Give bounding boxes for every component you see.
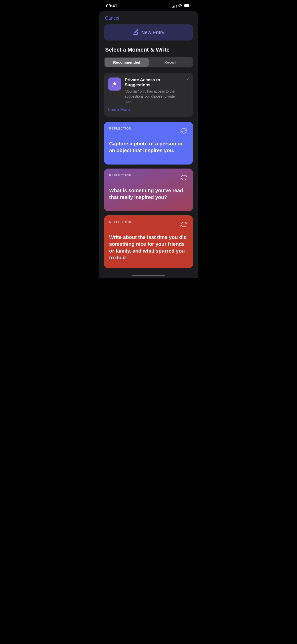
home-bar (132, 275, 165, 276)
refresh-button-1[interactable] (180, 127, 188, 135)
svg-rect-1 (184, 4, 189, 7)
new-entry-button[interactable]: New Entry (104, 24, 193, 41)
nav-bar: Cancel (99, 11, 198, 24)
refresh-button-2[interactable] (180, 174, 188, 182)
section-title: Select a Moment & Write (99, 47, 198, 57)
refresh-button-3[interactable] (180, 220, 188, 228)
info-card-desc: "Journal" only has access to the suggest… (125, 89, 183, 104)
info-card-text-block: Private Access to Suggestions "Journal" … (125, 77, 183, 104)
signal-icon (172, 5, 177, 8)
reflection-label-3: REFLECTION (109, 220, 188, 224)
cancel-button[interactable]: Cancel (105, 16, 119, 21)
reflection-text-1: Capture a photo of a person or an object… (109, 140, 188, 154)
reflection-card-2[interactable]: REFLECTION What is something you've read… (104, 169, 193, 211)
reflection-card-3[interactable]: REFLECTION Write about the last time you… (104, 215, 193, 268)
main-sheet: Cancel New Entry Select a Moment & Write… (99, 11, 198, 278)
home-indicator (99, 272, 198, 278)
segment-recommended[interactable]: Recommended (105, 58, 149, 67)
status-bar: 09:41 (99, 0, 198, 11)
segment-control: Recommended Recent (104, 57, 193, 67)
suggestions-icon (108, 77, 121, 91)
info-card-title: Private Access to Suggestions (125, 77, 183, 88)
svg-point-3 (116, 82, 117, 83)
status-icons (172, 4, 191, 8)
info-card-close-button[interactable]: × (187, 77, 189, 82)
edit-icon (133, 29, 139, 36)
reflection-text-2: What is something you've read that reall… (109, 187, 188, 201)
reflection-label-2: REFLECTION (109, 174, 188, 177)
learn-more-button[interactable]: Learn More (108, 107, 189, 112)
info-card: Private Access to Suggestions "Journal" … (104, 73, 193, 117)
status-time: 09:41 (106, 4, 117, 9)
info-card-header: Private Access to Suggestions "Journal" … (108, 77, 189, 104)
reflection-card-1[interactable]: REFLECTION Capture a photo of a person o… (104, 122, 193, 165)
wifi-icon (178, 4, 182, 8)
reflection-label-1: REFLECTION (109, 127, 188, 130)
segment-recent[interactable]: Recent (149, 58, 192, 67)
battery-icon (184, 4, 191, 8)
reflection-text-3: Write about the last time you did someth… (109, 234, 188, 261)
new-entry-label: New Entry (141, 30, 164, 35)
svg-point-2 (112, 86, 113, 87)
